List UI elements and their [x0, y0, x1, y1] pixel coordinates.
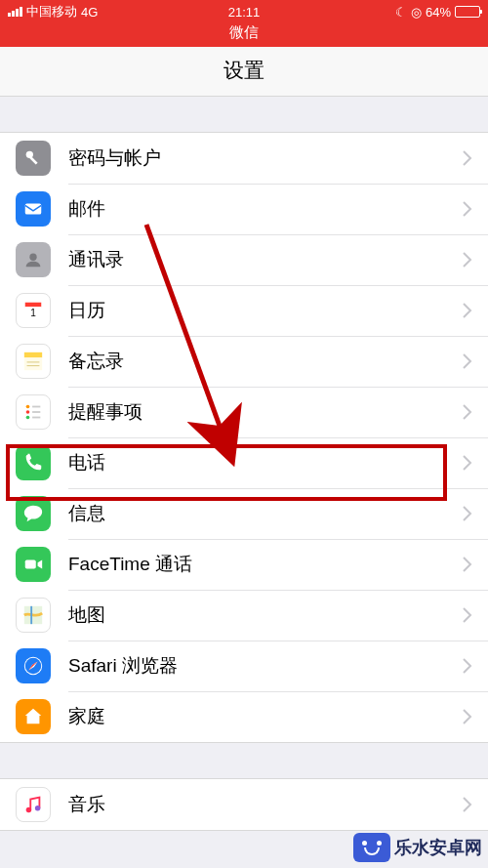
svg-rect-17: [25, 559, 36, 568]
settings-group-2: 音乐: [0, 778, 488, 831]
row-label: FaceTime 通话: [68, 552, 463, 577]
chevron-right-icon: [463, 201, 472, 217]
carrier-label: 中国移动: [26, 3, 77, 21]
watermark: 乐水安卓网: [353, 833, 482, 862]
row-label: 音乐: [68, 792, 463, 817]
row-facetime[interactable]: FaceTime 通话: [0, 539, 488, 590]
svg-point-21: [35, 806, 41, 811]
row-reminders[interactable]: 提醒事项: [0, 387, 488, 437]
row-label: 电话: [68, 450, 463, 475]
svg-point-3: [29, 254, 36, 261]
svg-point-13: [26, 416, 30, 420]
svg-point-20: [26, 807, 32, 813]
status-bar: 中国移动 4G 21:11 ☾ ◎ 64%: [0, 0, 488, 23]
row-label: 地图: [68, 602, 463, 628]
status-right: ☾ ◎ 64%: [395, 5, 480, 20]
maps-icon: [16, 598, 51, 633]
notes-icon: [16, 344, 51, 379]
reminders-icon: [16, 394, 51, 430]
battery-icon: [455, 6, 480, 18]
row-phone[interactable]: 电话: [0, 437, 488, 488]
network-label: 4G: [81, 5, 98, 20]
row-mail[interactable]: 邮件: [0, 184, 488, 234]
row-label: 信息: [68, 501, 463, 526]
watermark-icon: [353, 833, 390, 862]
chevron-right-icon: [463, 150, 472, 166]
row-safari[interactable]: Safari 浏览器: [0, 641, 488, 691]
svg-point-12: [26, 410, 30, 414]
contacts-icon: [16, 242, 51, 277]
row-music[interactable]: 音乐: [0, 779, 488, 830]
mail-icon: [16, 191, 51, 227]
row-contacts[interactable]: 通讯录: [0, 234, 488, 285]
row-label: 通讯录: [68, 247, 463, 272]
safari-icon: [16, 648, 51, 683]
chevron-right-icon: [463, 658, 472, 674]
status-left: 中国移动 4G: [8, 3, 98, 21]
messages-icon: [16, 496, 51, 531]
page-title: 设置: [0, 47, 488, 97]
chevron-right-icon: [463, 303, 472, 318]
svg-rect-2: [25, 204, 42, 215]
alarm-icon: ◎: [411, 5, 422, 20]
row-label: 日历: [68, 298, 463, 323]
watermark-text: 乐水安卓网: [394, 836, 482, 859]
status-time: 21:11: [228, 5, 261, 20]
music-icon: [16, 787, 51, 822]
chevron-right-icon: [463, 557, 472, 572]
svg-text:1: 1: [30, 308, 36, 318]
svg-rect-7: [24, 352, 42, 358]
chevron-right-icon: [463, 455, 472, 471]
battery-percent: 64%: [426, 5, 451, 20]
dnd-icon: ☾: [395, 5, 407, 20]
row-maps[interactable]: 地图: [0, 590, 488, 641]
row-home[interactable]: 家庭: [0, 691, 488, 742]
row-label: 邮件: [68, 196, 463, 222]
chevron-right-icon: [463, 506, 472, 521]
chevron-right-icon: [463, 797, 472, 812]
chevron-right-icon: [463, 252, 472, 268]
row-notes[interactable]: 备忘录: [0, 336, 488, 387]
home-icon: [16, 699, 51, 734]
row-calendar[interactable]: 1 日历: [0, 285, 488, 336]
signal-icon: [8, 7, 22, 17]
phone-icon: [16, 445, 51, 480]
key-icon: [16, 141, 51, 176]
row-label: 备忘录: [68, 349, 463, 374]
facetime-icon: [16, 547, 51, 582]
chevron-right-icon: [463, 404, 472, 420]
svg-point-11: [26, 405, 30, 409]
svg-point-0: [26, 151, 33, 158]
row-label: 家庭: [68, 704, 463, 729]
row-label: 提醒事项: [68, 399, 463, 425]
row-messages[interactable]: 信息: [0, 488, 488, 539]
svg-rect-8: [24, 357, 42, 370]
nav-subtitle: 微信: [0, 23, 488, 47]
row-label: Safari 浏览器: [68, 653, 463, 679]
calendar-icon: 1: [16, 293, 51, 328]
chevron-right-icon: [463, 607, 472, 623]
chevron-right-icon: [463, 709, 472, 724]
chevron-right-icon: [463, 353, 472, 369]
settings-group-1: 密码与帐户 邮件 通讯录 1 日历 备忘录 提醒事项: [0, 132, 488, 743]
row-password[interactable]: 密码与帐户: [0, 133, 488, 184]
svg-rect-1: [29, 156, 37, 164]
row-label: 密码与帐户: [68, 145, 463, 171]
